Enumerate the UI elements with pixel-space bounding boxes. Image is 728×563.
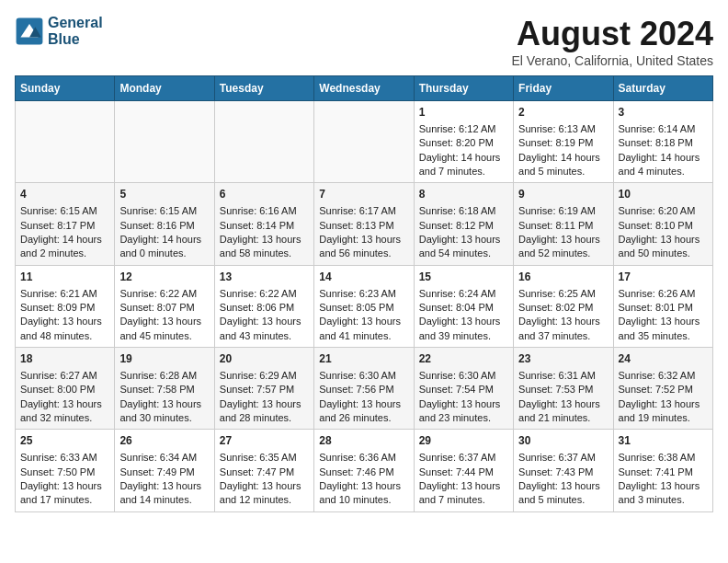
day-number: 27 [220,433,309,449]
cell-content: Sunset: 8:20 PM [419,136,508,150]
cell-content: Daylight: 13 hours [220,397,309,411]
day-number: 29 [419,433,508,449]
cell-content: Sunset: 8:10 PM [619,219,708,233]
day-number: 22 [419,351,508,367]
day-number: 7 [319,187,408,202]
cell-content: Sunrise: 6:18 AM [419,204,508,218]
calendar-cell: 28Sunrise: 6:36 AMSunset: 7:46 PMDayligh… [314,430,414,511]
day-header-sunday: Sunday [16,76,115,101]
cell-content: and 35 minutes. [619,329,708,343]
days-header-row: SundayMondayTuesdayWednesdayThursdayFrid… [16,76,713,101]
calendar-cell: 2Sunrise: 6:13 AMSunset: 8:19 PMDaylight… [514,101,613,183]
cell-content: Daylight: 14 hours [518,151,608,165]
cell-content: and 30 minutes. [119,411,209,425]
cell-content: and 23 minutes. [419,411,508,425]
cell-content: Sunset: 8:16 PM [119,219,209,233]
cell-content: Sunset: 8:09 PM [20,301,109,315]
day-number: 9 [518,187,608,202]
day-number: 23 [518,351,608,367]
cell-content: and 12 minutes. [220,493,309,507]
calendar-cell: 24Sunrise: 6:32 AMSunset: 7:52 PMDayligh… [613,348,712,430]
cell-content: Daylight: 13 hours [518,233,608,247]
cell-content: Sunset: 8:05 PM [319,301,408,315]
calendar-cell: 15Sunrise: 6:24 AMSunset: 8:04 PMDayligh… [414,265,513,347]
day-header-wednesday: Wednesday [314,76,414,101]
cell-content: and 56 minutes. [319,247,408,260]
cell-content: and 19 minutes. [619,411,708,425]
cell-content: and 7 minutes. [419,165,508,178]
cell-content: Daylight: 13 hours [319,233,408,247]
cell-content: Sunrise: 6:15 AM [20,204,109,218]
cell-content: Sunrise: 6:25 AM [518,287,608,301]
cell-content: Sunset: 8:17 PM [20,219,109,233]
cell-content: Daylight: 13 hours [20,479,109,493]
day-number: 25 [20,433,109,449]
cell-content: and 28 minutes. [220,411,309,425]
day-number: 10 [619,187,708,202]
calendar-cell: 10Sunrise: 6:20 AMSunset: 8:10 PMDayligh… [613,183,712,265]
calendar-cell: 27Sunrise: 6:35 AMSunset: 7:47 PMDayligh… [214,430,313,511]
calendar-cell [16,101,115,183]
day-header-friday: Friday [514,76,613,101]
calendar-cell: 9Sunrise: 6:19 AMSunset: 8:11 PMDaylight… [514,183,613,265]
day-number: 16 [518,270,608,285]
day-number: 24 [619,351,708,367]
cell-content: Sunset: 8:11 PM [518,219,608,233]
cell-content: Sunset: 7:41 PM [619,465,708,479]
location-title: El Verano, California, United States [512,53,713,68]
calendar-cell: 25Sunrise: 6:33 AMSunset: 7:50 PMDayligh… [16,430,115,511]
cell-content: Sunset: 7:46 PM [319,465,408,479]
cell-content: Daylight: 13 hours [119,315,209,328]
cell-content: Daylight: 13 hours [20,397,109,411]
calendar-cell: 23Sunrise: 6:31 AMSunset: 7:53 PMDayligh… [514,348,613,430]
cell-content: and 37 minutes. [518,329,608,343]
cell-content: and 50 minutes. [619,247,708,260]
cell-content: Sunset: 7:53 PM [518,383,608,396]
cell-content: and 43 minutes. [220,329,309,343]
day-number: 2 [518,105,608,121]
cell-content: Daylight: 13 hours [319,397,408,411]
day-header-tuesday: Tuesday [214,76,313,101]
cell-content: Sunset: 8:19 PM [518,136,608,150]
cell-content: Sunset: 8:01 PM [619,301,708,315]
cell-content: and 54 minutes. [419,247,508,260]
logo: General Blue [15,15,103,47]
day-header-saturday: Saturday [613,76,712,101]
calendar-header: General Blue August 2024 El Verano, Cali… [15,15,713,68]
cell-content: Sunset: 8:13 PM [319,219,408,233]
cell-content: and 39 minutes. [419,329,508,343]
cell-content: and 52 minutes. [518,247,608,260]
cell-content: Sunrise: 6:30 AM [419,369,508,383]
cell-content: Sunrise: 6:12 AM [419,122,508,136]
cell-content: and 58 minutes. [220,247,309,260]
calendar-table: SundayMondayTuesdayWednesdayThursdayFrid… [15,75,713,512]
cell-content: Sunrise: 6:26 AM [619,287,708,301]
cell-content: and 41 minutes. [319,329,408,343]
day-number: 28 [319,433,408,449]
day-header-monday: Monday [115,76,214,101]
cell-content: Sunrise: 6:28 AM [119,369,209,383]
cell-content: Sunrise: 6:31 AM [518,369,608,383]
calendar-cell: 6Sunrise: 6:16 AMSunset: 8:14 PMDaylight… [214,183,313,265]
cell-content: Sunrise: 6:14 AM [619,122,708,136]
cell-content: Sunrise: 6:17 AM [319,204,408,218]
cell-content: Sunrise: 6:22 AM [220,287,309,301]
cell-content: Sunrise: 6:19 AM [518,204,608,218]
calendar-cell: 21Sunrise: 6:30 AMSunset: 7:56 PMDayligh… [314,348,414,430]
cell-content: Sunset: 8:02 PM [518,301,608,315]
day-number: 17 [619,270,708,285]
cell-content: Daylight: 14 hours [619,151,708,165]
cell-content: and 4 minutes. [619,165,708,178]
cell-content: Sunset: 8:06 PM [220,301,309,315]
cell-content: Sunset: 8:12 PM [419,219,508,233]
calendar-cell: 7Sunrise: 6:17 AMSunset: 8:13 PMDaylight… [314,183,414,265]
week-row-4: 25Sunrise: 6:33 AMSunset: 7:50 PMDayligh… [16,430,713,511]
cell-content: Sunrise: 6:21 AM [20,287,109,301]
calendar-cell: 29Sunrise: 6:37 AMSunset: 7:44 PMDayligh… [414,430,513,511]
cell-content: Daylight: 14 hours [419,151,508,165]
week-row-0: 1Sunrise: 6:12 AMSunset: 8:20 PMDaylight… [16,101,713,183]
day-number: 6 [220,187,309,202]
calendar-cell: 17Sunrise: 6:26 AMSunset: 8:01 PMDayligh… [613,265,712,347]
calendar-cell: 3Sunrise: 6:14 AMSunset: 8:18 PMDaylight… [613,101,712,183]
cell-content: Daylight: 13 hours [20,315,109,328]
